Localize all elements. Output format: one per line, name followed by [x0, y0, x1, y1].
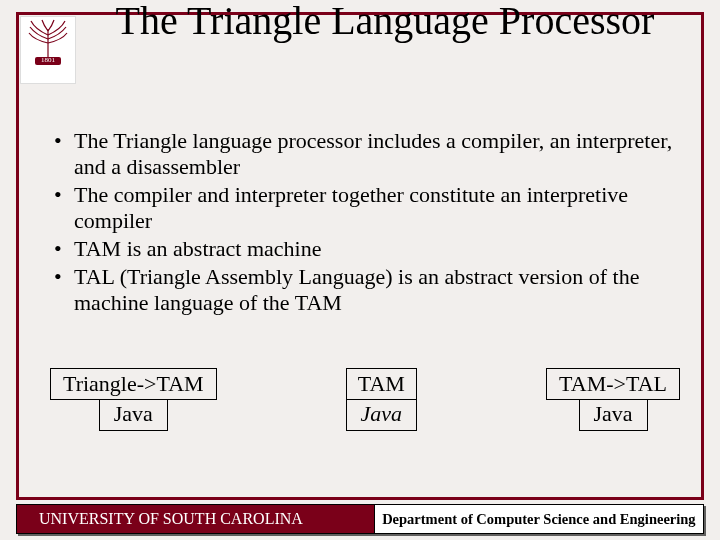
tombstone-top: TAM — [346, 368, 418, 400]
tombstone-interpreter: TAM Java — [346, 368, 418, 431]
footer-department: Department of Computer Science and Engin… — [374, 504, 704, 534]
logo-year: 1801 — [21, 56, 75, 64]
footer: UNIVERSITY OF SOUTH CAROLINA Department … — [16, 504, 704, 534]
tombstone-disassembler: TAM->TAL Java — [546, 368, 680, 431]
bullet-item: The Triangle language processor includes… — [68, 128, 682, 180]
bullet-item: TAL (Triangle Assembly Language) is an a… — [68, 264, 682, 316]
bullet-item: The compiler and interpreter together co… — [68, 182, 682, 234]
bullet-list: The Triangle language processor includes… — [48, 128, 682, 318]
university-seal-icon: 1801 — [20, 16, 76, 84]
tombstone-top: Triangle->TAM — [50, 368, 217, 400]
tombstone-bottom: Java — [99, 400, 168, 430]
tombstone-bottom: Java — [346, 400, 418, 430]
slide-title: The Triangle Language Processor — [80, 0, 690, 42]
tombstone-bottom: Java — [579, 400, 648, 430]
tombstone-top: TAM->TAL — [546, 368, 680, 400]
footer-university: UNIVERSITY OF SOUTH CAROLINA — [16, 504, 374, 534]
slide: 1801 The Triangle Language Processor The… — [0, 0, 720, 540]
bullet-item: TAM is an abstract machine — [68, 236, 682, 262]
tombstone-compiler: Triangle->TAM Java — [50, 368, 217, 431]
tombstone-row: Triangle->TAM Java TAM Java TAM->TAL Jav… — [50, 368, 680, 431]
